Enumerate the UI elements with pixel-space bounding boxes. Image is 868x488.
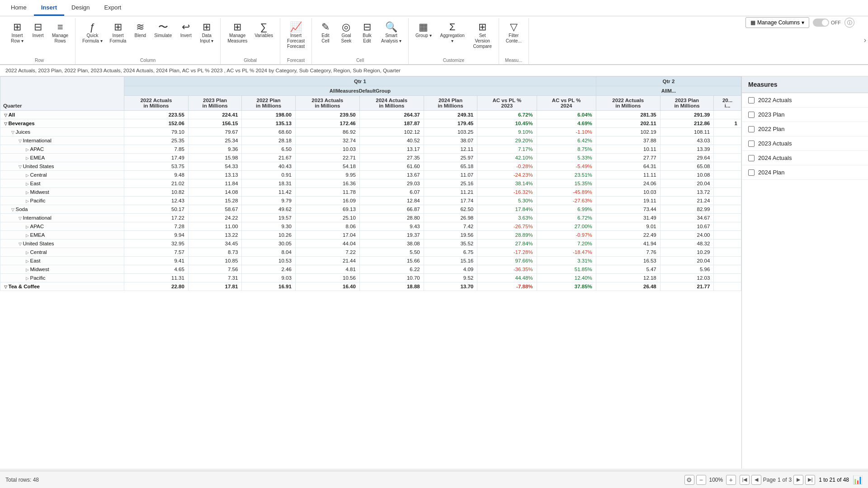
measure-item[interactable]: 2023 Plan <box>742 108 868 122</box>
group-btn[interactable]: ▦ Group ▾ <box>412 20 435 41</box>
cell-value <box>714 265 741 274</box>
cell-value: 10.45% <box>477 119 537 128</box>
cell-value: 10.26 <box>242 231 296 239</box>
edit-cell-btn[interactable]: ✎ EditCell <box>316 20 335 46</box>
cell-value: 18.88 <box>359 282 424 291</box>
row-group-label: Row <box>35 58 44 64</box>
cell-value: 8.73 <box>188 248 242 257</box>
next-page-btn[interactable]: ▶ <box>793 475 803 485</box>
data-input-btn[interactable]: ⊞ DataInput ▾ <box>197 20 217 46</box>
cell-value: -45.89% <box>537 188 596 197</box>
cell-value: 65.08 <box>660 162 714 171</box>
measure-checkbox[interactable] <box>748 97 755 103</box>
measure-checkbox[interactable] <box>748 155 755 161</box>
col-2023-actuals-qtr1: 2023 Actualsin Millions <box>295 96 359 111</box>
measure-checkbox[interactable] <box>748 112 755 118</box>
cell-value: 37.85% <box>537 282 596 291</box>
variables-btn[interactable]: ∑ Variables <box>251 20 276 41</box>
cell-value: 17.49 <box>124 154 188 162</box>
zoom-in-btn[interactable]: + <box>726 475 736 485</box>
cell-value: 12.11 <box>424 145 477 154</box>
cell-value: 5.33% <box>537 154 596 162</box>
cell-value: 179.45 <box>424 119 477 128</box>
measure-checkbox[interactable] <box>748 169 755 176</box>
cell-value: 7.17% <box>477 145 537 154</box>
page-current: 1 <box>778 477 781 483</box>
cell-value: 35.52 <box>424 239 477 248</box>
group-header: AllMeasuresDefaultGroup <box>124 86 596 96</box>
tab-insert[interactable]: Insert <box>34 0 64 16</box>
table-wrap[interactable]: Quarter Qtr 1 Qtr 2 AllMeasuresDefaultGr… <box>0 76 741 469</box>
first-page-btn[interactable]: |◀ <box>740 475 750 485</box>
cell-value: 4.69% <box>537 119 596 128</box>
cell-value: 9.48 <box>124 171 188 179</box>
manage-columns-btn[interactable]: ▦ Manage Columns ▾ <box>745 17 809 28</box>
cell-value: 16.91 <box>242 282 296 291</box>
measure-item[interactable]: 2024 Plan <box>742 165 868 180</box>
prev-page-btn[interactable]: ◀ <box>751 475 761 485</box>
cell-value: 79.10 <box>124 128 188 136</box>
cell-value: -1.10% <box>537 128 596 136</box>
zoom-out-btn[interactable]: − <box>696 475 706 485</box>
cell-value: 13.70 <box>424 282 477 291</box>
measure-item[interactable]: 2023 Actuals <box>742 136 868 151</box>
cell-value: 16.40 <box>295 282 359 291</box>
quick-formula-btn[interactable]: ƒ QuickFormula ▾ <box>79 20 105 46</box>
insert-row-btn[interactable]: ⊞ InsertRow ▾ <box>7 20 27 46</box>
cell-value: 9.30 <box>242 222 296 231</box>
manage-rows-btn[interactable]: ≡ ManageRows <box>49 20 71 46</box>
insert-formula-btn[interactable]: ⊞ InsertFormula <box>107 20 130 46</box>
smart-analysis-btn[interactable]: 🔍 SmartAnalysis ▾ <box>378 20 405 46</box>
ribbon-expand-btn[interactable]: › <box>862 34 868 46</box>
cell-value: 10.53 <box>242 257 296 265</box>
measure-checkbox[interactable] <box>748 141 755 147</box>
aggregation-btn[interactable]: Σ Aggregation ▾ <box>436 20 469 46</box>
tab-design[interactable]: Design <box>64 0 97 16</box>
cell-value: 10.67 <box>660 222 714 231</box>
settings-btn[interactable]: ⚙ <box>684 475 694 485</box>
filter-context-btn[interactable]: ▽ FilterConte... <box>503 20 525 46</box>
manage-measures-btn[interactable]: ⊞ ManageMeasures <box>224 20 250 46</box>
cell-value <box>714 231 741 239</box>
measure-item[interactable]: 2024 Actuals <box>742 151 868 165</box>
tab-export[interactable]: Export <box>97 0 129 16</box>
cell-value: 19.11 <box>596 197 660 205</box>
cell-value: 68.60 <box>242 128 296 136</box>
cell-value: 40.52 <box>359 136 424 145</box>
bulk-edit-btn[interactable]: ⊟ BulkEdit <box>357 20 377 46</box>
set-version-compare-btn[interactable]: ⊞ SetVersionCompare <box>470 20 495 52</box>
cell-value: 20.04 <box>660 179 714 188</box>
cell-value: 6.50 <box>242 145 296 154</box>
cell-value: 37.88 <box>596 136 660 145</box>
col-2023-plan-qtr1: 2023 Planin Millions <box>188 96 242 111</box>
goal-seek-btn[interactable]: ◎ GoalSeek <box>336 20 356 46</box>
cell-value: 41.94 <box>596 239 660 248</box>
cell-value: 12.84 <box>359 197 424 205</box>
qtr2-allm-header: AllM... <box>596 86 741 96</box>
row-label: ▷ Midwest <box>0 265 124 274</box>
blend-btn[interactable]: ≋ Blend <box>130 20 150 41</box>
measures-group-label: Measu... <box>505 58 522 64</box>
cell-value: 10.03 <box>295 145 359 154</box>
cell-value: 9.95 <box>295 171 359 179</box>
row-label: ▽ All <box>0 111 124 119</box>
cell-value: 13.39 <box>660 145 714 154</box>
row-buttons: ⊞ InsertRow ▾ ⊟ Invert ≡ ManageRows <box>7 18 71 58</box>
row-label: ▷ East <box>0 179 124 188</box>
global-buttons: ⊞ ManageMeasures ∑ Variables <box>224 18 276 58</box>
last-page-btn[interactable]: ▶| <box>805 475 815 485</box>
measure-item[interactable]: 2022 Plan <box>742 122 868 136</box>
cell-value <box>714 128 741 136</box>
invert-btn[interactable]: ⊟ Invert <box>28 20 48 41</box>
off-toggle[interactable] <box>813 19 829 27</box>
measure-item[interactable]: 2022 Actuals <box>742 93 868 108</box>
cell-value: 9.79 <box>242 197 296 205</box>
tab-home[interactable]: Home <box>4 0 34 16</box>
total-rows-text: Total rows: 48 <box>5 477 39 483</box>
simulate-btn[interactable]: 〜 Simulate <box>151 20 175 41</box>
info-btn[interactable]: ⓘ <box>844 18 854 28</box>
cell-value: 6.72% <box>477 111 537 119</box>
insert-forecast-btn[interactable]: 📈 InsertForecastForecast <box>284 20 308 52</box>
invert-col-btn[interactable]: ↩ Invert <box>176 20 196 41</box>
measure-checkbox[interactable] <box>748 126 755 132</box>
